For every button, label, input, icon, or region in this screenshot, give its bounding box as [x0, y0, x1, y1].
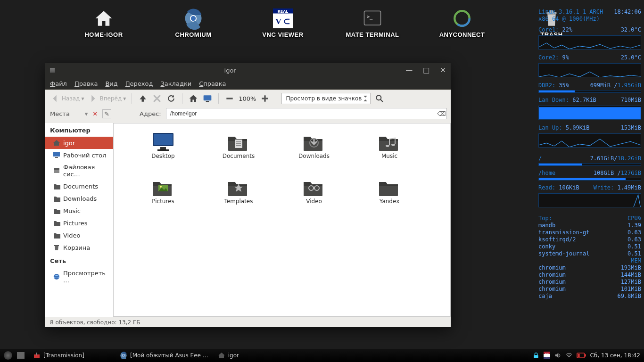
desktop-icon-label: VNC VIEWER [262, 31, 303, 38]
network-icon[interactable] [565, 352, 573, 359]
desktop-icon-mate-terminal[interactable]: MATE TERMINAL [344, 8, 401, 38]
file-item-documents[interactable]: Documents [203, 131, 274, 173]
folder-docs-icon [226, 131, 251, 151]
sidebar-item-documents[interactable]: Documents [45, 180, 113, 192]
computer-button[interactable] [202, 93, 213, 104]
keyboard-layout-icon[interactable]: 原 [544, 352, 550, 359]
desktop-icon-anyconnect[interactable]: ANYCONNECT [434, 8, 490, 38]
sidebar-header: Сеть [45, 254, 113, 267]
menu-файл[interactable]: Файл [50, 80, 67, 87]
titlebar[interactable]: igor — □ ✕ [45, 63, 451, 77]
taskbar-task-chromium[interactable]: [Мой обжитый Asus Eee … [116, 351, 212, 360]
conky-monitor: Linux 3.16.1-1-ARCH18:42:06 x86_64 @ 100… [538, 8, 641, 300]
anyconnect-icon [452, 8, 472, 28]
desktop-monitor-icon [151, 131, 175, 151]
view-mode-select[interactable]: Просмотр в виде значков [281, 93, 371, 104]
file-item-label: Desktop [151, 153, 175, 159]
taskbar-task-home[interactable]: igor [214, 351, 299, 360]
menubar: ФайлПравкаВидПереходЗакладкиСправка [45, 77, 451, 90]
places-close-button[interactable]: ✕ [92, 110, 98, 117]
file-item-downloads[interactable]: Downloads [279, 131, 349, 173]
sidebar-item-music[interactable]: Music [45, 205, 113, 217]
chromium-icon [183, 8, 203, 28]
stop-button[interactable] [152, 93, 162, 104]
taskbar-clock[interactable]: Сб, 13 сен, 18:42 [590, 352, 640, 359]
sidebar-item-label: Корзина [63, 244, 90, 251]
folder-down-icon [302, 131, 326, 151]
reload-button[interactable] [166, 93, 176, 104]
file-item-yandex[interactable]: Yandex [354, 176, 425, 219]
svg-rect-25 [578, 354, 580, 357]
desktop-icon-vnc-viewer[interactable]: VNC VIEWER [255, 8, 311, 38]
sidebar-item-label: Просмотреть … [63, 270, 109, 284]
volume-icon[interactable] [554, 352, 561, 359]
menu-переход[interactable]: Переход [125, 80, 153, 87]
svg-rect-8 [154, 134, 173, 145]
taskbar-task-label: [Мой обжитый Asus Eee … [130, 352, 208, 359]
menu-закладки[interactable]: Закладки [160, 80, 191, 87]
back-button[interactable]: Назад ▾ [50, 93, 84, 104]
battery-icon[interactable] [577, 353, 586, 358]
folder-icon [53, 207, 60, 214]
file-item-video[interactable]: Video [279, 176, 349, 219]
close-button[interactable]: ✕ [440, 66, 446, 74]
svg-rect-5 [264, 95, 266, 101]
sidebar-item-просмотреть-[interactable]: Просмотреть … [45, 267, 113, 286]
window-close-indicator-icon [50, 68, 55, 73]
icon-view[interactable]: DesktopDocumentsDownloadsMusicPicturesTe… [114, 123, 451, 317]
core2-graph [538, 63, 641, 77]
menu-справка[interactable]: Справка [199, 80, 226, 87]
folder-templ-icon [226, 176, 251, 196]
places-dropdown[interactable]: ▾ [85, 110, 88, 117]
file-item-templates[interactable]: Templates [203, 176, 274, 219]
file-manager-window: igor — □ ✕ ФайлПравкаВидПереходЗакладкиС… [45, 63, 451, 327]
sidebar-item-корзина[interactable]: Корзина [45, 241, 113, 254]
search-button[interactable] [374, 93, 385, 104]
sidebar-item-файловая-сис-[interactable]: Файловая сис… [45, 161, 113, 180]
places-edit-button[interactable]: ✎ [102, 109, 111, 118]
lock-icon[interactable] [532, 352, 540, 359]
address-clear-button[interactable]: ⌫ [438, 110, 446, 117]
file-item-label: Pictures [152, 198, 174, 205]
file-item-label: Downloads [298, 153, 330, 159]
home-button[interactable] [188, 93, 198, 104]
menu-правка[interactable]: Правка [74, 80, 98, 87]
core1-graph [538, 35, 641, 49]
window-title: igor [55, 67, 405, 74]
file-item-pictures[interactable]: Pictures [128, 176, 198, 219]
desktop-icon-chromium[interactable]: CHROMIUM [165, 8, 222, 38]
folder-plain-icon [377, 176, 402, 196]
up-button[interactable] [138, 93, 148, 104]
taskbar-task-transmission[interactable]: [Transmission] [29, 351, 114, 360]
file-item-music[interactable]: Music [354, 131, 425, 173]
folder-icon [53, 182, 60, 190]
sidebar-item-рабочий-стол[interactable]: Рабочий стол [45, 149, 113, 161]
svg-rect-3 [227, 98, 233, 99]
globe-icon [53, 273, 60, 280]
sidebar-item-downloads[interactable]: Downloads [45, 192, 113, 205]
file-item-desktop[interactable]: Desktop [128, 131, 198, 173]
desktop-icon [53, 151, 60, 159]
svg-rect-22 [534, 355, 538, 358]
desktop-icon-home-igor[interactable]: HOME-IGOR [75, 8, 132, 38]
forward-button[interactable]: Вперёд ▾ [88, 93, 126, 104]
sidebar-item-pictures[interactable]: Pictures [45, 217, 113, 229]
home-icon [94, 8, 114, 28]
maximize-button[interactable]: □ [423, 66, 429, 74]
start-icon[interactable] [4, 351, 12, 360]
file-item-label: Documents [223, 153, 255, 159]
sidebar-item-video[interactable]: Video [45, 229, 113, 241]
address-input[interactable] [166, 108, 447, 119]
sidebar-item-label: Downloads [63, 195, 97, 202]
sidebar-item-igor[interactable]: igor [45, 137, 113, 149]
minimize-button[interactable]: — [405, 66, 413, 74]
svg-rect-14 [236, 145, 241, 146]
svg-marker-0 [539, 107, 641, 120]
desktop-icon-label: MATE TERMINAL [346, 31, 399, 38]
desktop-icon-label: HOME-IGOR [84, 31, 123, 38]
show-desktop-icon[interactable] [17, 352, 25, 359]
lan-up-graph [538, 133, 641, 148]
zoom-out-button[interactable] [224, 93, 235, 104]
menu-вид[interactable]: Вид [105, 80, 117, 87]
zoom-in-button[interactable] [260, 93, 270, 104]
